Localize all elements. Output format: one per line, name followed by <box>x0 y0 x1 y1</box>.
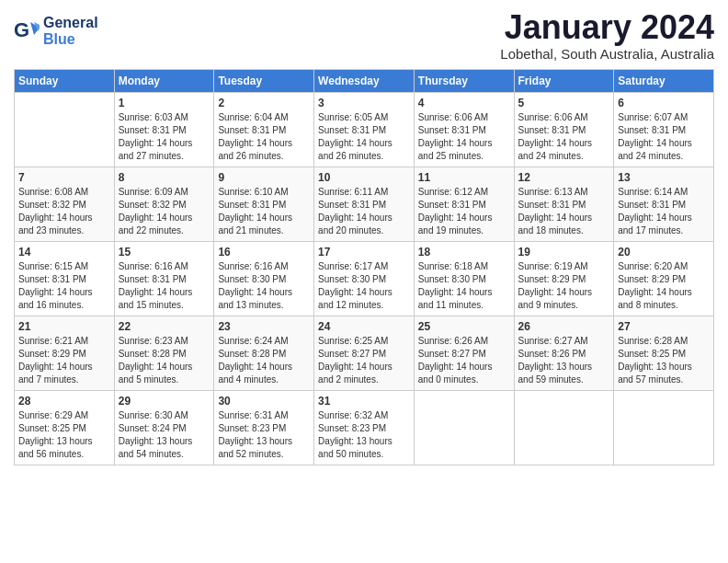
day-info: Sunrise: 6:04 AM Sunset: 8:31 PM Dayligh… <box>218 111 310 163</box>
calendar-cell <box>514 390 614 465</box>
week-row-2: 14Sunrise: 6:15 AM Sunset: 8:31 PM Dayli… <box>15 241 714 316</box>
calendar-cell: 28Sunrise: 6:29 AM Sunset: 8:25 PM Dayli… <box>15 390 115 465</box>
day-number: 18 <box>418 246 510 259</box>
calendar-cell: 22Sunrise: 6:23 AM Sunset: 8:28 PM Dayli… <box>114 316 214 390</box>
header-monday: Monday <box>114 69 214 92</box>
day-number: 4 <box>418 97 510 109</box>
week-row-0: 1Sunrise: 6:03 AM Sunset: 8:31 PM Daylig… <box>15 92 714 167</box>
calendar-cell: 16Sunrise: 6:16 AM Sunset: 8:30 PM Dayli… <box>214 241 314 316</box>
day-number: 2 <box>218 97 310 109</box>
day-info: Sunrise: 6:16 AM Sunset: 8:30 PM Dayligh… <box>218 260 310 312</box>
day-info: Sunrise: 6:08 AM Sunset: 8:32 PM Dayligh… <box>18 186 110 237</box>
calendar-cell: 1Sunrise: 6:03 AM Sunset: 8:31 PM Daylig… <box>114 92 214 167</box>
calendar-cell: 25Sunrise: 6:26 AM Sunset: 8:27 PM Dayli… <box>414 316 514 390</box>
day-number: 20 <box>618 246 710 259</box>
header-tuesday: Tuesday <box>214 69 314 92</box>
day-info: Sunrise: 6:16 AM Sunset: 8:31 PM Dayligh… <box>119 260 210 312</box>
day-number: 26 <box>518 320 610 333</box>
day-info: Sunrise: 6:25 AM Sunset: 8:27 PM Dayligh… <box>318 335 410 386</box>
day-info: Sunrise: 6:28 AM Sunset: 8:25 PM Dayligh… <box>618 335 710 386</box>
day-number: 16 <box>218 246 310 259</box>
day-info: Sunrise: 6:06 AM Sunset: 8:31 PM Dayligh… <box>418 111 510 163</box>
day-info: Sunrise: 6:03 AM Sunset: 8:31 PM Dayligh… <box>119 111 210 163</box>
day-info: Sunrise: 6:32 AM Sunset: 8:23 PM Dayligh… <box>318 409 410 461</box>
day-number: 19 <box>518 246 610 259</box>
calendar-cell: 23Sunrise: 6:24 AM Sunset: 8:28 PM Dayli… <box>214 316 314 390</box>
calendar-cell: 12Sunrise: 6:13 AM Sunset: 8:31 PM Dayli… <box>514 167 614 241</box>
day-info: Sunrise: 6:05 AM Sunset: 8:31 PM Dayligh… <box>318 111 410 163</box>
day-number: 11 <box>418 171 510 184</box>
calendar-cell <box>414 390 514 465</box>
day-info: Sunrise: 6:19 AM Sunset: 8:29 PM Dayligh… <box>518 260 610 312</box>
header-sunday: Sunday <box>15 69 115 92</box>
calendar-cell <box>614 390 714 465</box>
day-info: Sunrise: 6:12 AM Sunset: 8:31 PM Dayligh… <box>418 186 510 237</box>
calendar-cell: 11Sunrise: 6:12 AM Sunset: 8:31 PM Dayli… <box>414 167 514 241</box>
calendar-cell: 14Sunrise: 6:15 AM Sunset: 8:31 PM Dayli… <box>15 241 115 316</box>
calendar-cell: 8Sunrise: 6:09 AM Sunset: 8:32 PM Daylig… <box>114 167 214 241</box>
day-info: Sunrise: 6:06 AM Sunset: 8:31 PM Dayligh… <box>518 111 610 163</box>
calendar-cell: 19Sunrise: 6:19 AM Sunset: 8:29 PM Dayli… <box>514 241 614 316</box>
location-title: Lobethal, South Australia, Australia <box>500 46 714 62</box>
day-info: Sunrise: 6:31 AM Sunset: 8:23 PM Dayligh… <box>218 409 310 461</box>
calendar-table: SundayMondayTuesdayWednesdayThursdayFrid… <box>14 69 714 465</box>
day-info: Sunrise: 6:29 AM Sunset: 8:25 PM Dayligh… <box>18 409 110 461</box>
day-number: 21 <box>18 320 110 333</box>
day-number: 10 <box>318 171 410 184</box>
day-info: Sunrise: 6:21 AM Sunset: 8:29 PM Dayligh… <box>18 335 110 386</box>
calendar-cell <box>15 92 115 167</box>
day-number: 5 <box>518 97 610 109</box>
day-number: 8 <box>119 171 210 184</box>
title-area: January 2024 Lobethal, South Australia, … <box>500 9 714 62</box>
page-header: G General Blue January 2024 Lobethal, So… <box>14 9 714 62</box>
calendar-cell: 6Sunrise: 6:07 AM Sunset: 8:31 PM Daylig… <box>614 92 714 167</box>
day-info: Sunrise: 6:09 AM Sunset: 8:32 PM Dayligh… <box>119 186 210 237</box>
calendar-cell: 21Sunrise: 6:21 AM Sunset: 8:29 PM Dayli… <box>15 316 115 390</box>
header-thursday: Thursday <box>414 69 514 92</box>
logo-text: General Blue <box>43 15 98 47</box>
header-wednesday: Wednesday <box>314 69 415 92</box>
day-info: Sunrise: 6:11 AM Sunset: 8:31 PM Dayligh… <box>318 186 410 237</box>
day-info: Sunrise: 6:24 AM Sunset: 8:28 PM Dayligh… <box>218 335 310 386</box>
calendar-cell: 30Sunrise: 6:31 AM Sunset: 8:23 PM Dayli… <box>214 390 314 465</box>
day-number: 14 <box>18 246 110 259</box>
day-number: 7 <box>18 171 110 184</box>
day-info: Sunrise: 6:15 AM Sunset: 8:31 PM Dayligh… <box>18 260 110 312</box>
day-info: Sunrise: 6:17 AM Sunset: 8:30 PM Dayligh… <box>318 260 410 312</box>
header-saturday: Saturday <box>614 69 714 92</box>
calendar-cell: 31Sunrise: 6:32 AM Sunset: 8:23 PM Dayli… <box>314 390 415 465</box>
day-number: 9 <box>218 171 310 184</box>
month-title: January 2024 <box>500 9 714 46</box>
header-friday: Friday <box>514 69 614 92</box>
day-number: 6 <box>618 97 710 109</box>
day-number: 30 <box>218 395 310 408</box>
day-number: 3 <box>318 97 410 109</box>
day-number: 1 <box>119 97 210 109</box>
day-number: 22 <box>119 320 210 333</box>
day-info: Sunrise: 6:30 AM Sunset: 8:24 PM Dayligh… <box>119 409 210 461</box>
day-info: Sunrise: 6:26 AM Sunset: 8:27 PM Dayligh… <box>418 335 510 386</box>
day-number: 23 <box>218 320 310 333</box>
calendar-cell: 20Sunrise: 6:20 AM Sunset: 8:29 PM Dayli… <box>614 241 714 316</box>
calendar-cell: 7Sunrise: 6:08 AM Sunset: 8:32 PM Daylig… <box>15 167 115 241</box>
day-info: Sunrise: 6:20 AM Sunset: 8:29 PM Dayligh… <box>618 260 710 312</box>
day-number: 13 <box>618 171 710 184</box>
day-number: 27 <box>618 320 710 333</box>
day-number: 12 <box>518 171 610 184</box>
day-number: 31 <box>318 395 410 408</box>
logo: G General Blue <box>14 15 98 47</box>
calendar-cell: 9Sunrise: 6:10 AM Sunset: 8:31 PM Daylig… <box>214 167 314 241</box>
calendar-cell: 5Sunrise: 6:06 AM Sunset: 8:31 PM Daylig… <box>514 92 614 167</box>
week-row-3: 21Sunrise: 6:21 AM Sunset: 8:29 PM Dayli… <box>15 316 714 390</box>
calendar-cell: 26Sunrise: 6:27 AM Sunset: 8:26 PM Dayli… <box>514 316 614 390</box>
week-row-1: 7Sunrise: 6:08 AM Sunset: 8:32 PM Daylig… <box>15 167 714 241</box>
day-number: 15 <box>119 246 210 259</box>
day-info: Sunrise: 6:10 AM Sunset: 8:31 PM Dayligh… <box>218 186 310 237</box>
calendar-cell: 29Sunrise: 6:30 AM Sunset: 8:24 PM Dayli… <box>114 390 214 465</box>
day-number: 29 <box>119 395 210 408</box>
calendar-cell: 13Sunrise: 6:14 AM Sunset: 8:31 PM Dayli… <box>614 167 714 241</box>
calendar-cell: 24Sunrise: 6:25 AM Sunset: 8:27 PM Dayli… <box>314 316 415 390</box>
day-info: Sunrise: 6:14 AM Sunset: 8:31 PM Dayligh… <box>618 186 710 237</box>
calendar-cell: 4Sunrise: 6:06 AM Sunset: 8:31 PM Daylig… <box>414 92 514 167</box>
calendar-cell: 2Sunrise: 6:04 AM Sunset: 8:31 PM Daylig… <box>214 92 314 167</box>
